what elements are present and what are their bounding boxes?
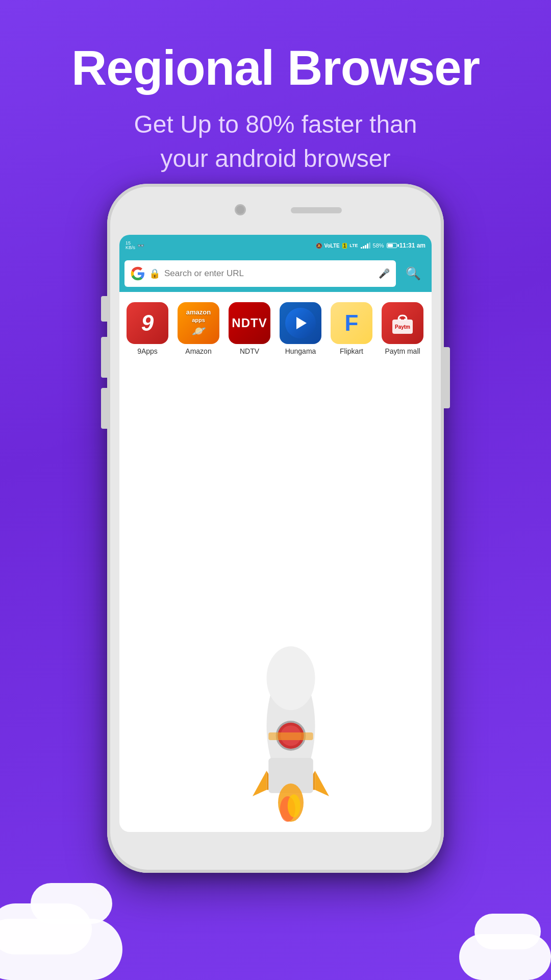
- volume-down-button[interactable]: [101, 337, 107, 378]
- rocket-svg: [214, 643, 367, 832]
- volte-indicator: VoLTE: [324, 243, 340, 249]
- main-title: Regional Browser: [0, 41, 551, 95]
- time-display: 11:31 am: [399, 242, 425, 249]
- microphone-icon[interactable]: 🎤: [379, 268, 390, 279]
- status-right: 🔕 VoLTE 1 LTE 58%: [316, 242, 426, 249]
- address-bar[interactable]: 🔒 Search or enter URL 🎤: [124, 260, 396, 287]
- 9apps-label: 9Apps: [137, 347, 158, 356]
- browser-toolbar: 🔒 Search or enter URL 🎤 🔍: [119, 256, 432, 292]
- lock-icon: 🔒: [149, 268, 160, 279]
- signal-bars: [361, 242, 370, 249]
- header-section: Regional Browser Get Up to 80% faster th…: [0, 0, 551, 191]
- glasses-icon: 👓: [137, 242, 144, 249]
- battery-icon: [387, 243, 397, 248]
- search-button[interactable]: 🔍: [400, 260, 427, 287]
- list-item[interactable]: amazon apps 🪐 Amazon: [176, 302, 221, 356]
- svg-point-15: [288, 794, 300, 817]
- phone-screen: 15 KB/s 👓 🔕 VoLTE 1 LTE: [119, 235, 432, 832]
- url-input[interactable]: Search or enter URL: [164, 268, 374, 279]
- svg-point-3: [404, 318, 406, 321]
- mute-icon: 🔕: [316, 243, 322, 249]
- phone-body: 15 KB/s 👓 🔕 VoLTE 1 LTE: [107, 184, 444, 873]
- list-item[interactable]: Paytm Paytm mall: [380, 302, 425, 356]
- status-bar: 15 KB/s 👓 🔕 VoLTE 1 LTE: [119, 235, 432, 256]
- list-item[interactable]: F Flipkart: [329, 302, 374, 356]
- svg-text:Paytm: Paytm: [395, 324, 410, 330]
- paytm-icon[interactable]: Paytm: [382, 302, 423, 344]
- hungama-label: Hungama: [285, 347, 316, 356]
- list-item[interactable]: NDTV NDTV: [227, 302, 272, 356]
- 9apps-icon[interactable]: 9: [127, 302, 168, 344]
- svg-rect-16: [268, 732, 313, 740]
- ndtv-icon[interactable]: NDTV: [229, 302, 270, 344]
- cloud-right-small: [474, 914, 541, 949]
- list-item[interactable]: Hungama: [278, 302, 323, 356]
- search-icon: 🔍: [406, 266, 421, 281]
- speed-indicator: 15 KB/s: [126, 241, 135, 250]
- hungama-icon[interactable]: [280, 302, 321, 344]
- signal-bar-1: [361, 247, 362, 249]
- sim-indicator: 1: [342, 243, 347, 249]
- signal-bar-4: [367, 243, 368, 249]
- svg-marker-10: [315, 771, 330, 796]
- flipkart-label: Flipkart: [340, 347, 363, 356]
- paytm-label: Paytm mall: [385, 347, 420, 356]
- amazon-icon[interactable]: amazon apps 🪐: [178, 302, 219, 344]
- list-item[interactable]: 9 9Apps: [124, 302, 170, 356]
- subtitle: Get Up to 80% faster thanyour android br…: [0, 107, 551, 176]
- clouds-container: [0, 878, 551, 980]
- signal-bar-5: [369, 242, 370, 249]
- svg-point-2: [399, 318, 401, 321]
- paytm-bag-icon: Paytm: [390, 310, 415, 336]
- volume-up-button[interactable]: [101, 296, 107, 322]
- battery-percent: 58%: [373, 242, 384, 249]
- front-camera: [235, 204, 246, 215]
- lte-indicator: LTE: [349, 243, 358, 248]
- amazon-label: Amazon: [185, 347, 211, 356]
- svg-point-5: [267, 646, 315, 710]
- signal-bar-2: [363, 246, 364, 249]
- flipkart-icon[interactable]: F: [331, 302, 372, 344]
- power-button[interactable]: [444, 347, 450, 408]
- signal-bar-3: [365, 245, 366, 249]
- phone-wrapper: 15 KB/s 👓 🔕 VoLTE 1 LTE: [107, 184, 444, 873]
- google-logo: [131, 266, 145, 281]
- rocket-container: [214, 643, 367, 832]
- app-grid: 9 9Apps amazon apps 🪐 Amazon: [119, 292, 432, 361]
- ndtv-label: NDTV: [240, 347, 259, 356]
- cloud-left-small: [31, 883, 112, 924]
- svg-marker-8: [253, 771, 267, 796]
- status-left: 15 KB/s 👓: [126, 241, 144, 250]
- mute-button[interactable]: [101, 388, 107, 429]
- speaker-grille: [291, 207, 342, 213]
